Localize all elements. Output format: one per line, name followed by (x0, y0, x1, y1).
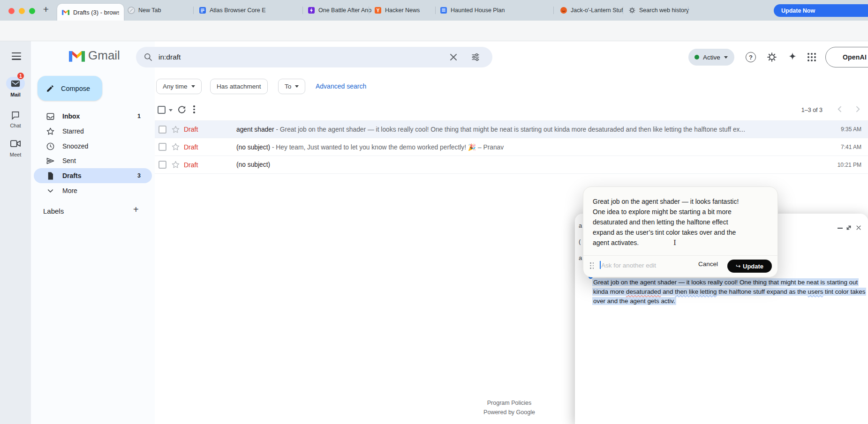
gemini-sparkle-icon[interactable] (787, 52, 798, 63)
chip-has-attachment[interactable]: Has attachment (210, 79, 268, 94)
suggestion-line: desaturated and then letting the halfton… (593, 217, 728, 227)
search-bar[interactable]: in:draft (136, 47, 492, 67)
grammar-flagged-phrase: then like letting (675, 288, 717, 295)
suggestion-line: Great job on the agent shader — it looks… (593, 196, 739, 207)
tab-atlas-browser-core[interactable]: Atlas Browser Core E (199, 5, 265, 15)
gmail-favicon-icon (62, 8, 69, 16)
sidebar-item-more[interactable]: More (34, 183, 152, 198)
sidebar-item-inbox[interactable]: Inbox 1 (34, 109, 152, 124)
chevron-down-icon (191, 85, 195, 88)
gmail-logo-text: Gmail (88, 48, 120, 63)
tab-divider (193, 7, 194, 14)
main-menu-hamburger-icon[interactable] (12, 52, 21, 60)
older-page-icon[interactable] (853, 105, 862, 113)
program-policies-link[interactable]: Program Policies (483, 398, 535, 408)
compose-popout-icon[interactable] (845, 224, 853, 231)
mail-row-no-subject-1[interactable]: Draft (no subject) - Hey team, Just want… (155, 138, 868, 156)
tab-jack-o-lantern[interactable]: Jack-o'-Lantern Stuf (560, 5, 623, 15)
chip-any-time[interactable]: Any time (156, 79, 202, 94)
row-checkbox[interactable] (159, 161, 166, 169)
mail-row-no-subject-2[interactable]: Draft (no subject) 10:21 PM (155, 156, 868, 174)
settings-gear-icon[interactable] (766, 52, 777, 63)
chevron-down-icon (724, 56, 728, 59)
search-input[interactable]: in:draft (159, 53, 181, 61)
new-tab-favicon-icon (128, 7, 135, 14)
chip-to[interactable]: To (278, 79, 305, 94)
rail-label-chat: Chat (0, 123, 31, 128)
compose-close-icon[interactable] (855, 224, 862, 231)
gmail-nav-rail: 1 Mail Chat Meet (0, 41, 31, 424)
sidebar-item-drafts[interactable]: Drafts 3 (34, 168, 152, 183)
add-label-button[interactable]: + (133, 204, 139, 215)
refresh-icon[interactable] (177, 105, 187, 114)
compose-body-line[interactable]: Great job on the agent shader — it looks… (592, 278, 859, 287)
clipped-compose-text: a (579, 254, 583, 262)
select-all-checkbox[interactable] (158, 106, 166, 114)
clear-search-icon[interactable] (449, 53, 458, 61)
tab-divider (688, 7, 688, 14)
tab-search-web-history[interactable]: Search web history (628, 5, 689, 15)
drafts-count: 3 (137, 172, 152, 179)
svg-text:Y: Y (377, 8, 380, 13)
tab-one-battle-after[interactable]: One Battle After Ano (308, 5, 371, 15)
suggestion-line: expand as the user’s tint color takes ov… (593, 227, 736, 238)
advanced-search-link[interactable]: Advanced search (316, 82, 366, 90)
meet-icon[interactable] (10, 140, 21, 148)
google-apps-grid-icon[interactable] (808, 53, 816, 61)
workspace-account-pill[interactable]: OpenAI (825, 47, 868, 67)
send-icon (46, 156, 55, 165)
clipped-compose-text: ( (579, 238, 583, 246)
mail-row-agent-shader[interactable]: Draft agent shader - Great job on the ag… (155, 120, 868, 138)
star-icon[interactable] (171, 142, 180, 151)
screen: + Drafts (3) - browser- New Tab Atlas Br… (0, 0, 868, 424)
sidebar-item-sent[interactable]: Sent (34, 153, 152, 168)
compose-button[interactable]: Compose (38, 76, 102, 101)
new-tab-plus-button[interactable]: + (40, 4, 52, 16)
update-button[interactable]: ↪ Update (727, 260, 772, 273)
cancel-button[interactable]: Cancel (698, 260, 718, 268)
suggestion-line: agent activates. (593, 238, 639, 248)
tab-haunted-house-plan[interactable]: Haunted House Plan (440, 5, 505, 15)
clipped-compose-text: a (579, 222, 583, 230)
drag-handle-icon[interactable] (590, 262, 594, 269)
row-checkbox[interactable] (159, 143, 166, 151)
select-dropdown-icon[interactable] (169, 109, 173, 112)
traffic-close-button[interactable] (8, 8, 15, 14)
tab-divider (623, 7, 623, 14)
row-time: 9:35 AM (829, 126, 868, 133)
ask-edit-input[interactable] (601, 258, 682, 272)
compose-minimize-icon[interactable] (838, 228, 843, 229)
star-icon[interactable] (171, 160, 180, 169)
lightning-favicon-icon (308, 7, 315, 14)
pumpkin-favicon-icon (560, 7, 567, 14)
search-options-icon[interactable] (471, 52, 480, 62)
traffic-zoom-button[interactable] (29, 8, 35, 14)
sidebar-item-snoozed[interactable]: Snoozed (34, 139, 152, 154)
newer-page-icon[interactable] (836, 105, 844, 113)
tab-hacker-news[interactable]: Y Hacker News (374, 5, 420, 15)
document-favicon-icon (199, 7, 206, 14)
chat-icon[interactable] (11, 111, 20, 120)
help-button[interactable]: ? (746, 52, 756, 62)
compose-body-line[interactable]: kinda more desaturaded and then like let… (592, 287, 866, 297)
row-checkbox[interactable] (159, 126, 166, 134)
star-icon[interactable] (171, 125, 180, 134)
more-options-icon[interactable] (193, 105, 195, 113)
status-selector[interactable]: Active (688, 49, 734, 66)
tab-new-tab[interactable]: New Tab (128, 5, 161, 15)
row-sender: Draft (184, 143, 236, 151)
popup-divider (583, 255, 777, 256)
sidebar-item-starred[interactable]: Starred (34, 124, 152, 139)
row-subject-snippet: (no subject) - Hey team, Just wanted to … (236, 143, 829, 151)
compose-body-line[interactable]: over and the agent gets activ. (592, 297, 676, 306)
row-sender: Draft (184, 126, 236, 133)
rail-label-meet: Meet (0, 152, 31, 157)
misspelled-word: desaturaded (626, 288, 661, 295)
traffic-minimize-button[interactable] (19, 8, 25, 14)
draft-file-icon (46, 171, 55, 180)
tab-divider (553, 7, 554, 14)
search-icon[interactable] (143, 52, 153, 62)
tab-active-gmail-drafts[interactable]: Drafts (3) - browser- (57, 4, 124, 21)
rail-label-mail: Mail (0, 92, 31, 97)
browser-update-button[interactable]: Update Now (774, 4, 868, 17)
